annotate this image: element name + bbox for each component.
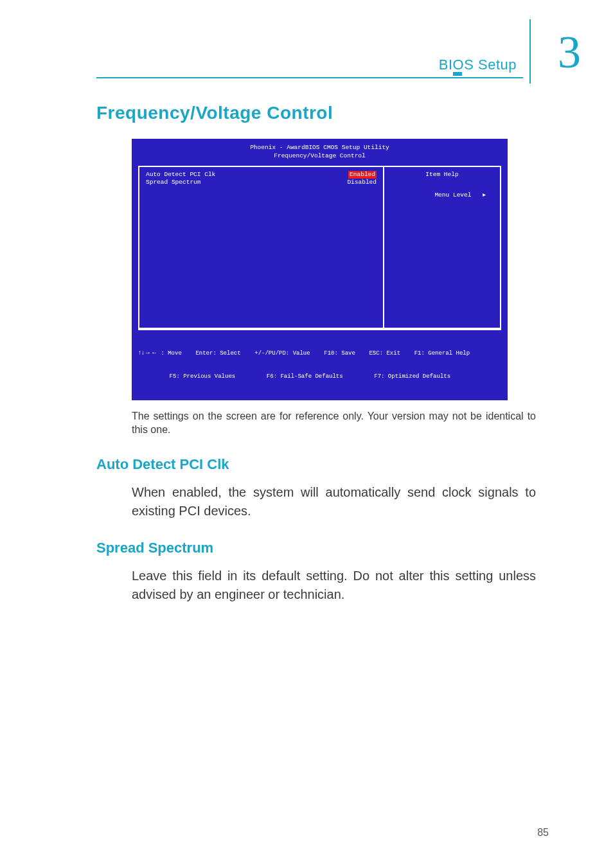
subsection-body: When enabled, the system will automatica… <box>132 483 536 520</box>
bios-title-line1: Phoenix - AwardBIOS CMOS Setup Utility <box>138 144 501 152</box>
page-title: Frequency/Voltage Control <box>96 103 542 123</box>
bios-help-title: Item Help <box>391 171 493 179</box>
page-container: 3 BIOS Setup Frequency/Voltage Control P… <box>0 0 613 868</box>
bios-help-pane: Item Help Menu Level ▸ <box>384 167 500 328</box>
page-header: 3 BIOS Setup <box>96 32 542 84</box>
page-number: 85 <box>537 827 549 838</box>
bios-title-bar: Phoenix - AwardBIOS CMOS Setup Utility F… <box>138 144 501 161</box>
chapter-number: 3 <box>558 26 581 79</box>
bios-footer-line1-text: : Move Enter: Select +/-/PU/PD: Value F1… <box>157 350 470 357</box>
bios-footer-line1: ↑↓→← : Move Enter: Select +/-/PU/PD: Val… <box>138 348 501 357</box>
bios-option-label: Auto Detect PCI Clk <box>146 171 215 179</box>
bios-footer: ↑↓→← : Move Enter: Select +/-/PU/PD: Val… <box>138 329 501 396</box>
header-rule <box>96 77 523 78</box>
bios-option-label: Spread Spectrum <box>146 179 201 187</box>
bios-option-value[interactable]: Disabled <box>347 179 377 187</box>
bios-options-pane: Auto Detect PCI Clk Enabled Spread Spect… <box>139 167 384 328</box>
bios-screenshot: Phoenix - AwardBIOS CMOS Setup Utility F… <box>132 139 542 400</box>
subsection-body: Leave this field in its default setting.… <box>132 567 536 604</box>
bios-menu-level: Menu Level ▸ <box>391 182 493 208</box>
header-tick-icon <box>453 72 462 76</box>
bios-menu-level-label: Menu Level <box>434 191 482 199</box>
header-vertical-rule <box>529 19 531 84</box>
chevron-right-icon: ▸ <box>483 191 486 198</box>
subsection-heading: Spread Spectrum <box>96 540 542 556</box>
bios-panel: Auto Detect PCI Clk Enabled Spread Spect… <box>138 166 501 329</box>
bios-option-value-selected[interactable]: Enabled <box>348 171 377 179</box>
subsection-heading: Auto Detect PCI Clk <box>96 456 542 473</box>
arrow-keys-icon: ↑↓→← <box>138 349 157 356</box>
section-label: BIOS Setup <box>439 57 517 73</box>
bios-footer-line2: F5: Previous Values F6: Fail-Safe Defaul… <box>138 373 501 380</box>
bios-option-row[interactable]: Auto Detect PCI Clk Enabled <box>146 171 377 179</box>
bios-title-line2: Frequency/Voltage Control <box>138 152 501 161</box>
screenshot-caption: The settings on the screen are for refer… <box>132 409 536 437</box>
bios-option-row[interactable]: Spread Spectrum Disabled <box>146 179 377 187</box>
bios-window: Phoenix - AwardBIOS CMOS Setup Utility F… <box>132 139 508 400</box>
